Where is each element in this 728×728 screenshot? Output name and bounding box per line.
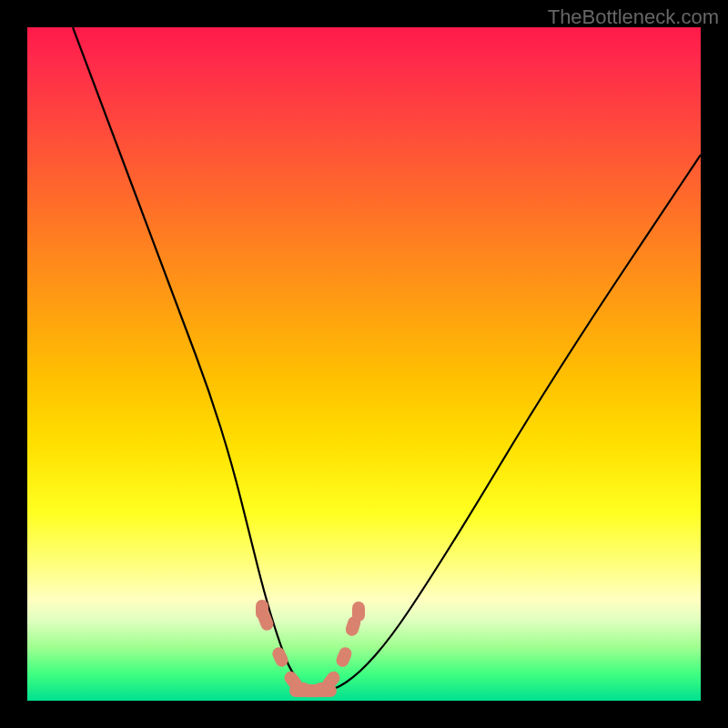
watermark-text: TheBottleneck.com xyxy=(548,5,719,29)
valley-bar xyxy=(289,684,337,697)
threshold-markers xyxy=(256,600,365,699)
chart-svg xyxy=(27,27,701,701)
marker-dot xyxy=(270,645,290,669)
marker-dot xyxy=(334,645,353,669)
marker-dot xyxy=(352,602,365,622)
bottleneck-curve xyxy=(73,27,701,692)
